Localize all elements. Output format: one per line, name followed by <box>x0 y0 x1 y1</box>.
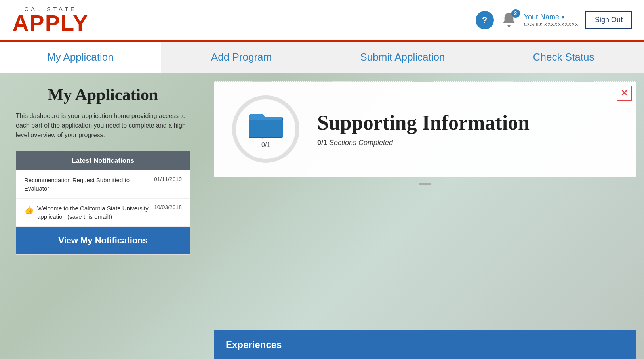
right-panel: ✕ <box>206 73 644 359</box>
experiences-section[interactable]: Experiences <box>214 330 636 359</box>
supporting-info-text: Supporting Information 0/1 Sections Comp… <box>317 111 624 147</box>
svg-rect-3 <box>249 120 283 137</box>
main-content: My Application This dashboard is your ap… <box>0 73 644 359</box>
close-button[interactable]: ✕ <box>617 86 632 101</box>
svg-point-0 <box>507 24 510 26</box>
scroll-indicator <box>214 181 636 187</box>
app-description: This dashboard is your application home … <box>16 111 190 140</box>
logo-apply: APPLY <box>13 12 89 34</box>
tab-submit-application[interactable]: Submit Application <box>322 42 484 73</box>
notifications-header: Latest Notifications <box>16 151 190 170</box>
sign-out-button[interactable]: Sign Out <box>585 11 632 29</box>
progress-circle: 0/1 <box>226 90 305 169</box>
tab-my-application[interactable]: My Application <box>0 42 161 73</box>
cas-id: CAS ID: XXXXXXXXXX <box>524 21 578 27</box>
experiences-label: Experiences <box>226 339 282 350</box>
user-info[interactable]: Your Name ▾ CAS ID: XXXXXXXXXX <box>524 13 578 27</box>
sections-completed: 0/1 Sections Completed <box>317 139 624 147</box>
notification-text: Recommendation Request Submitted to Eval… <box>24 176 150 193</box>
help-button[interactable]: ? <box>476 11 494 29</box>
logo-area: — CAL STATE — APPLY <box>12 6 89 34</box>
left-panel: My Application This dashboard is your ap… <box>0 73 206 359</box>
folder-icon-area: 0/1 <box>248 110 284 149</box>
progress-label: 0/1 <box>261 141 270 149</box>
nav-tabs: My Application Add Program Submit Applic… <box>0 42 644 73</box>
header: — CAL STATE — APPLY ? 2 Your Name ▾ CAS … <box>0 0 644 42</box>
user-name: Your Name <box>524 13 559 21</box>
notification-item: 👍 Welcome to the California State Univer… <box>16 199 190 227</box>
sections-count: 0/1 <box>317 139 327 147</box>
chevron-down-icon: ▾ <box>562 14 564 21</box>
notification-date: 10/03/2018 <box>154 204 182 210</box>
notification-text: Welcome to the California State Universi… <box>37 204 150 221</box>
scroll-dash <box>419 183 431 185</box>
tab-check-status[interactable]: Check Status <box>483 42 644 73</box>
supporting-info-card: ✕ <box>214 81 636 177</box>
notifications-box: Latest Notifications Recommendation Requ… <box>16 151 190 255</box>
folder-icon <box>248 110 284 139</box>
notification-bell[interactable]: 2 <box>501 11 517 29</box>
notification-date: 01/11/2019 <box>154 176 182 182</box>
thumbs-up-icon: 👍 <box>24 205 34 214</box>
notification-badge: 2 <box>511 9 520 18</box>
view-notifications-button[interactable]: View My Notifications <box>16 227 190 254</box>
supporting-info-title: Supporting Information <box>317 111 624 134</box>
page-title: My Application <box>16 85 190 104</box>
close-icon: ✕ <box>621 88 628 98</box>
notification-item: Recommendation Request Submitted to Eval… <box>16 170 190 199</box>
header-right: ? 2 Your Name ▾ CAS ID: XXXXXXXXXX Sign … <box>476 11 632 29</box>
tab-add-program[interactable]: Add Program <box>161 42 322 73</box>
